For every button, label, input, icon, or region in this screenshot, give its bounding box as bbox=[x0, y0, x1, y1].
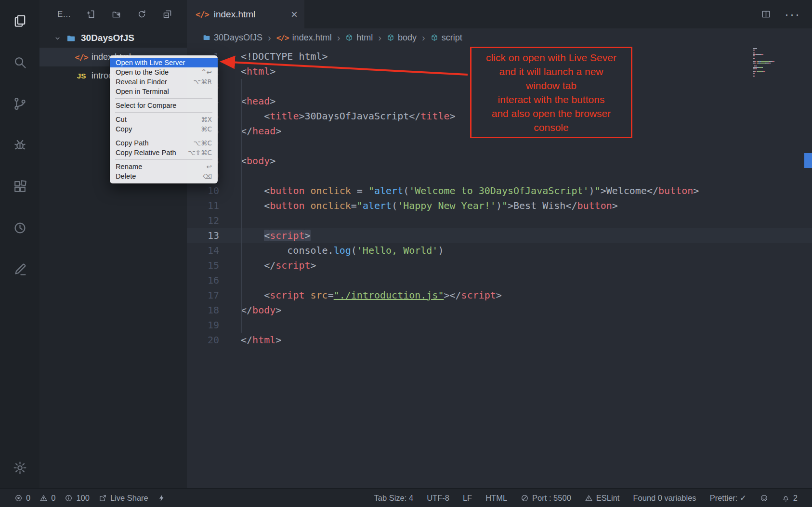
status-eslint[interactable]: ESLint bbox=[585, 494, 620, 503]
smiley-icon bbox=[760, 494, 768, 502]
status-found-0-variables[interactable]: Found 0 variables bbox=[633, 494, 696, 503]
status-prettier[interactable]: Prettier: ✓ bbox=[710, 494, 747, 503]
explorer-toolbar bbox=[86, 9, 172, 19]
code-line-9[interactable]: 9 bbox=[187, 169, 812, 183]
split-editor-icon[interactable] bbox=[761, 9, 771, 19]
breadcrumb-30daysofjs[interactable]: 30DaysOfJS bbox=[203, 33, 262, 43]
code-line-20[interactable]: 20</html> bbox=[187, 333, 812, 348]
breadcrumb-script[interactable]: script bbox=[431, 33, 462, 43]
history-icon[interactable] bbox=[0, 207, 39, 248]
symbol-cube-icon bbox=[387, 34, 394, 41]
context-menu: Open with Live ServerOpen to the Side^↩R… bbox=[110, 55, 218, 183]
folder-icon bbox=[66, 34, 76, 43]
breadcrumb: 30DaysOfJS›</>index.html›html›body›scrip… bbox=[187, 28, 812, 47]
menu-item-copy[interactable]: Copy⌘C bbox=[110, 124, 218, 134]
code-line-17[interactable]: 17 <script src="./introduction.js"></scr… bbox=[187, 288, 812, 303]
breadcrumb-body[interactable]: body bbox=[387, 33, 417, 43]
edit-feedback-icon[interactable] bbox=[0, 248, 39, 290]
code-line-12[interactable]: 12 bbox=[187, 213, 812, 228]
status-lightning-icon[interactable] bbox=[157, 494, 166, 502]
menu-item-open-in-terminal[interactable]: Open in Terminal bbox=[110, 87, 218, 96]
status-tab-size-4[interactable]: Tab Size: 4 bbox=[374, 494, 414, 503]
status-html[interactable]: HTML bbox=[485, 494, 507, 503]
code-line-13[interactable]: 13 <script> bbox=[187, 228, 812, 243]
breadcrumb-index-html[interactable]: </>index.html bbox=[276, 33, 332, 43]
tab-close-icon[interactable]: × bbox=[291, 9, 298, 20]
menu-item-open-with-live-server[interactable]: Open with Live Server bbox=[110, 58, 218, 67]
overview-ruler-marker bbox=[804, 153, 812, 168]
extensions-icon[interactable] bbox=[0, 166, 39, 207]
menu-item-shortcut: ⌘X bbox=[201, 116, 212, 123]
code-line-18[interactable]: 18</body> bbox=[187, 303, 812, 318]
source-control-icon[interactable] bbox=[0, 83, 39, 124]
breadcrumb-html[interactable]: html bbox=[345, 33, 373, 43]
tab-index-html[interactable]: </> index.html × bbox=[187, 0, 304, 28]
refresh-icon[interactable] bbox=[137, 9, 147, 19]
status-0[interactable]: 0 bbox=[39, 494, 55, 503]
menu-item-select-for-compare[interactable]: Select for Compare bbox=[110, 101, 218, 110]
menu-item-rename[interactable]: Rename↩ bbox=[110, 162, 218, 171]
menu-item-label: Open in Terminal bbox=[116, 88, 206, 95]
line-content: <script src="./introduction.js"></script… bbox=[241, 288, 502, 303]
line-number: 19 bbox=[187, 318, 219, 333]
html-file-icon: </> bbox=[76, 52, 87, 62]
symbol-cube-icon bbox=[345, 34, 353, 41]
line-content: console.log('Hello, World') bbox=[241, 243, 444, 258]
status-utf-8[interactable]: UTF-8 bbox=[427, 494, 449, 503]
explorer-icon[interactable] bbox=[0, 0, 39, 41]
annotation-line: click on open with Live Sever bbox=[472, 51, 630, 65]
menu-item-cut[interactable]: Cut⌘X bbox=[110, 115, 218, 124]
menu-item-shortcut: ⌥⌘C bbox=[194, 139, 212, 147]
line-content: <html> bbox=[241, 64, 275, 79]
code-line-16[interactable]: 16 bbox=[187, 273, 812, 288]
minimap[interactable] bbox=[753, 48, 801, 77]
code-line-14[interactable]: 14 console.log('Hello, World') bbox=[187, 243, 812, 258]
annotation-line: console bbox=[472, 120, 630, 134]
menu-item-open-to-the-side[interactable]: Open to the Side^↩ bbox=[110, 67, 218, 77]
line-number: 17 bbox=[187, 288, 219, 303]
menu-item-delete[interactable]: Delete⌫ bbox=[110, 171, 218, 181]
code-line-7[interactable]: 7 bbox=[187, 139, 812, 154]
line-number: 15 bbox=[187, 258, 219, 273]
status-port-5500[interactable]: Port : 5500 bbox=[521, 494, 571, 503]
code-line-11[interactable]: 11 <button onclick="alert('Happy New Yea… bbox=[187, 198, 812, 213]
new-folder-icon[interactable] bbox=[111, 9, 121, 19]
search-icon[interactable] bbox=[0, 41, 39, 83]
menu-item-label: Copy Relative Path bbox=[116, 149, 182, 156]
code-line-19[interactable]: 19 bbox=[187, 318, 812, 333]
menu-item-label: Copy Path bbox=[116, 139, 188, 147]
annotation-line: and it will launch a new bbox=[472, 65, 630, 78]
collapse-all-icon[interactable] bbox=[162, 9, 172, 19]
status-2[interactable]: 2 bbox=[782, 494, 798, 503]
new-file-icon[interactable] bbox=[86, 9, 96, 19]
status-live-share[interactable]: Live Share bbox=[99, 494, 148, 503]
code-line-10[interactable]: 10 <button onclick = "alert('Welcome to … bbox=[187, 183, 812, 198]
menu-item-shortcut: ⌥⇧⌘C bbox=[188, 149, 212, 156]
settings-gear-icon[interactable] bbox=[0, 447, 39, 488]
status-0[interactable]: 0 bbox=[14, 494, 30, 503]
menu-item-reveal-in-finder[interactable]: Reveal in Finder⌥⌘R bbox=[110, 77, 218, 87]
annotation-line: and also open the browser bbox=[472, 106, 630, 120]
menu-item-label: Reveal in Finder bbox=[116, 78, 188, 86]
code-line-15[interactable]: 15 </script> bbox=[187, 258, 812, 273]
status-smiley-icon[interactable] bbox=[760, 494, 768, 502]
annotation-line: interact with the buttons bbox=[472, 92, 630, 106]
menu-item-shortcut: ↩ bbox=[207, 163, 212, 170]
menu-item-label: Open with Live Server bbox=[116, 59, 206, 66]
line-number: 13 bbox=[187, 228, 219, 243]
port-icon bbox=[521, 494, 529, 502]
menu-item-copy-relative-path[interactable]: Copy Relative Path⌥⇧⌘C bbox=[110, 148, 218, 157]
menu-separator bbox=[115, 112, 212, 113]
menu-item-copy-path[interactable]: Copy Path⌥⌘C bbox=[110, 138, 218, 148]
code-line-8[interactable]: 8<body> bbox=[187, 154, 812, 169]
menu-item-label: Rename bbox=[116, 163, 201, 170]
debug-icon[interactable] bbox=[0, 124, 39, 166]
live-share-icon bbox=[99, 494, 107, 502]
folder-row-root[interactable]: 30DaysOfJS bbox=[39, 28, 187, 48]
bell-icon bbox=[782, 494, 790, 502]
error-icon bbox=[14, 494, 23, 502]
status-100[interactable]: 100 bbox=[65, 494, 90, 503]
status-right: Tab Size: 4UTF-8LFHTMLPort : 5500ESLintF… bbox=[374, 494, 798, 503]
status-lf[interactable]: LF bbox=[463, 494, 472, 503]
tab-actions: ··· bbox=[761, 0, 812, 28]
